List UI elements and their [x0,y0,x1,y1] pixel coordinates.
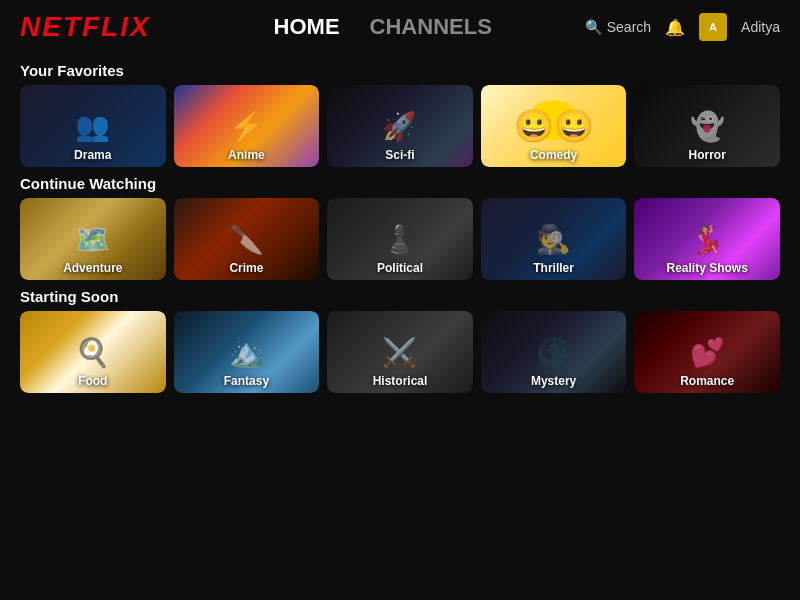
starting-row: 🍳 Food 🏔️ Fantasy ⚔️ Historical 🌑 [20,311,780,393]
card-thriller[interactable]: 🕵️ Thriller [481,198,627,280]
search-label: Search [607,19,651,35]
avatar: A [699,13,727,41]
card-adventure[interactable]: 🗺️ Adventure [20,198,166,280]
card-fantasy-label: Fantasy [174,374,320,388]
card-anime-label: Anime [174,148,320,162]
card-historical[interactable]: ⚔️ Historical [327,311,473,393]
card-romance[interactable]: 💕 Romance [634,311,780,393]
card-horror-label: Horror [634,148,780,162]
continue-row: 🗺️ Adventure 🔪 Crime ♟️ Political 🕵️ [20,198,780,280]
card-crime[interactable]: 🔪 Crime [174,198,320,280]
search-button[interactable]: 🔍 Search [585,19,651,35]
netflix-logo: NETFLIX [20,11,151,43]
card-romance-label: Romance [634,374,780,388]
card-comedy[interactable]: 😀😀 Comedy [481,85,627,167]
card-political[interactable]: ♟️ Political [327,198,473,280]
username[interactable]: Aditya [741,19,780,35]
card-reality-label: Reality Shows [634,261,780,275]
nav-home[interactable]: HOME [264,10,350,44]
card-adventure-label: Adventure [20,261,166,275]
favorites-row: 👥 Drama ⚡ Anime 🚀 Sci-fi 😀😀 C [20,85,780,167]
card-scifi[interactable]: 🚀 Sci-fi [327,85,473,167]
section-title-continue: Continue Watching [20,175,780,192]
card-food-label: Food [20,374,166,388]
card-horror[interactable]: 👻 Horror [634,85,780,167]
card-scifi-label: Sci-fi [327,148,473,162]
card-drama-label: Drama [20,148,166,162]
card-anime[interactable]: ⚡ Anime [174,85,320,167]
main-content: Your Favorites 👥 Drama ⚡ Anime 🚀 Sci-fi [0,54,800,600]
card-political-label: Political [327,261,473,275]
header-right: 🔍 Search 🔔 A Aditya [585,13,780,41]
card-thriller-label: Thriller [481,261,627,275]
card-reality[interactable]: 💃 Reality Shows [634,198,780,280]
section-title-favorites: Your Favorites [20,62,780,79]
card-crime-label: Crime [174,261,320,275]
card-mystery-label: Mystery [481,374,627,388]
search-icon: 🔍 [585,19,602,35]
section-title-starting: Starting Soon [20,288,780,305]
card-comedy-label: Comedy [481,148,627,162]
card-drama[interactable]: 👥 Drama [20,85,166,167]
header: NETFLIX HOME CHANNELS 🔍 Search 🔔 A Adity… [0,0,800,54]
card-fantasy[interactable]: 🏔️ Fantasy [174,311,320,393]
bell-icon[interactable]: 🔔 [665,18,685,37]
card-food[interactable]: 🍳 Food [20,311,166,393]
card-historical-label: Historical [327,374,473,388]
nav-channels[interactable]: CHANNELS [360,10,502,44]
card-mystery[interactable]: 🌑 Mystery [481,311,627,393]
main-nav: HOME CHANNELS [181,10,585,44]
